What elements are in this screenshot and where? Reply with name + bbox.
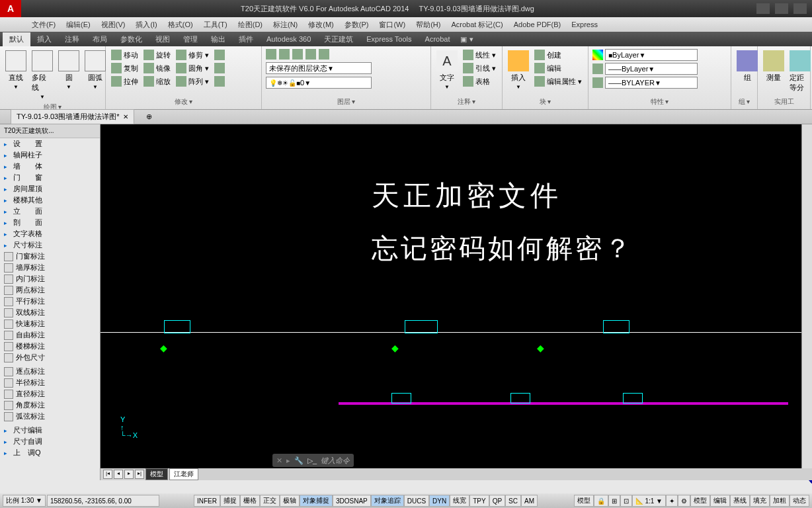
status-r-⊞[interactable]: ⊞ <box>608 495 620 507</box>
panel-group-label[interactable]: 组 ▾ <box>735 96 753 106</box>
menu-Acrobat 标记(C)[interactable]: Acrobat 标记(C) <box>446 20 508 30</box>
status-r-⚙[interactable]: ⚙ <box>678 495 690 507</box>
ribbon-tab-参数化[interactable]: 参数化 <box>114 32 149 46</box>
menu-Express[interactable]: Express <box>566 21 603 28</box>
block-edit-button[interactable]: 编辑 <box>533 62 583 74</box>
layer-iso-icon[interactable] <box>292 49 303 60</box>
tree-房间屋顶[interactable]: ▸房间屋顶 <box>0 183 100 194</box>
tool-半径标注[interactable]: 半径标注 <box>0 377 100 388</box>
rotate-button[interactable]: 旋转 <box>142 49 172 61</box>
array-button[interactable]: 阵列 ▾ <box>175 75 210 87</box>
ribbon-tab-默认[interactable]: 默认 <box>3 32 30 46</box>
scale-display[interactable]: 比例 1:30 ▼ <box>3 495 46 507</box>
block-attr-button[interactable]: 编辑属性 ▾ <box>533 75 583 87</box>
draw-圆[interactable]: 圆▼ <box>57 49 81 91</box>
ribbon-tab-管理[interactable]: 管理 <box>177 32 204 46</box>
panel-util-label[interactable]: 实用工 <box>762 96 806 106</box>
status-捕捉[interactable]: 捕捉 <box>220 495 240 507</box>
color-dropdown[interactable]: ■ ByLayer ▼ <box>605 49 698 61</box>
layout-tab[interactable]: 江老师 <box>169 468 198 480</box>
status-r-加粗[interactable]: 加粗 <box>770 495 790 507</box>
command-input[interactable]: 键入命令 <box>321 456 350 466</box>
panel-prop-label[interactable]: 特性 ▾ <box>592 96 727 106</box>
mirror-button[interactable]: 镜像 <box>142 62 172 74</box>
status-对象追踪[interactable]: 对象追踪 <box>371 495 404 507</box>
menu-工具(T)[interactable]: 工具(T) <box>198 20 233 30</box>
status-极轴[interactable]: 极轴 <box>280 495 300 507</box>
linetype-dropdown[interactable]: —— ByLayer ▼ <box>605 63 698 75</box>
tree-轴网柱子[interactable]: ▸轴网柱子 <box>0 149 100 161</box>
app-logo[interactable]: A <box>0 0 21 17</box>
erase-button[interactable] <box>213 49 226 61</box>
tool-角度标注[interactable]: 角度标注 <box>0 400 100 411</box>
menu-参数(P)[interactable]: 参数(P) <box>339 20 374 30</box>
tool-门窗标注[interactable]: 门窗标注 <box>0 251 100 262</box>
match-prop-icon[interactable] <box>592 64 603 74</box>
status-r-填充[interactable]: 填充 <box>750 495 770 507</box>
menu-标注(N)[interactable]: 标注(N) <box>268 20 303 30</box>
tab-last-button[interactable]: ▸| <box>135 470 144 479</box>
layer-current-dropdown[interactable]: 💡❄☀🔓■ 0 ▼ <box>266 77 372 89</box>
lineweight-dropdown[interactable]: —— BYLAYER ▼ <box>605 77 698 89</box>
ribbon-tab-插入[interactable]: 插入 <box>30 32 58 46</box>
tab-prev-button[interactable]: ◂ <box>114 470 123 479</box>
table-button[interactable]: 表格 <box>462 75 497 87</box>
file-tab[interactable]: TY-9.01-9.03围墙通用做法详图* ✕ <box>11 109 134 124</box>
scale-button[interactable]: 缩放 <box>142 75 172 87</box>
status-r-模型[interactable]: 模型 <box>574 495 594 507</box>
tool-外包尺寸[interactable]: 外包尺寸 <box>0 352 100 363</box>
menu-插入(I)[interactable]: 插入(I) <box>130 20 162 30</box>
command-line[interactable]: ✕ ▸ 🔧 ▷_ 键入命令 <box>272 454 354 467</box>
block-create-button[interactable]: 创建 <box>533 49 583 61</box>
ribbon-tab-视图[interactable]: 视图 <box>149 32 177 46</box>
menu-编辑(E)[interactable]: 编辑(E) <box>61 20 96 30</box>
status-线宽[interactable]: 线宽 <box>450 495 469 507</box>
status-r-⊡[interactable]: ⊡ <box>620 495 632 507</box>
tool-楼梯标注[interactable]: 楼梯标注 <box>0 341 100 352</box>
maximize-button[interactable] <box>775 3 788 14</box>
fillet-button[interactable]: 圆角 ▾ <box>175 62 210 74</box>
tool-墙厚标注[interactable]: 墙厚标注 <box>0 262 100 273</box>
status-QP[interactable]: QP <box>489 495 505 507</box>
tree-剖　　面[interactable]: ▸剖 面 <box>0 217 100 228</box>
color-icon[interactable] <box>592 50 603 60</box>
tool-两点标注[interactable]: 两点标注 <box>0 284 100 296</box>
explode-button[interactable] <box>213 62 226 74</box>
tab-next-button[interactable]: ▸ <box>124 470 134 479</box>
menu-窗口(W)[interactable]: 窗口(W) <box>374 20 411 30</box>
status-AM[interactable]: AM <box>521 495 538 507</box>
tool-双线标注[interactable]: 双线标注 <box>0 307 100 318</box>
divide-button[interactable]: 定距等分 <box>788 49 812 94</box>
ribbon-tab-Express Tools[interactable]: Express Tools <box>360 33 418 45</box>
vertical-scrollbar[interactable] <box>801 124 812 468</box>
status-INFER[interactable]: INFER <box>194 495 220 507</box>
layer-prop-icon[interactable] <box>266 49 276 60</box>
tool-尺寸编辑[interactable]: ▸尺寸编辑 <box>0 425 100 436</box>
tool-逐点标注[interactable]: 逐点标注 <box>0 366 100 377</box>
menu-文件(F)[interactable]: 文件(F) <box>26 20 61 30</box>
menu-Adobe PDF(B)[interactable]: Adobe PDF(B) <box>508 21 567 28</box>
tool-弧弦标注[interactable]: 弧弦标注 <box>0 411 100 422</box>
panel-layer-label[interactable]: 图层 ▾ <box>266 96 426 106</box>
minimize-button[interactable] <box>756 3 770 14</box>
layer-state-dropdown[interactable]: 未保存的图层状态 ▼ <box>266 62 372 74</box>
ribbon-tab-注释[interactable]: 注释 <box>58 32 86 46</box>
status-DYN[interactable]: DYN <box>429 495 450 507</box>
group-button[interactable]: 组 <box>735 49 759 84</box>
tool-尺寸自调[interactable]: ▸尺寸自调 <box>0 436 100 447</box>
panel-annotate-label[interactable]: 注释 ▾ <box>435 96 498 106</box>
tree-楼梯其他[interactable]: ▸楼梯其他 <box>0 194 100 206</box>
draw-直线[interactable]: 直线▼ <box>4 49 28 91</box>
status-SC[interactable]: SC <box>505 495 521 507</box>
list-icon[interactable] <box>592 77 603 88</box>
tree-立　　面[interactable]: ▸立 面 <box>0 206 100 217</box>
ribbon-tab-插件[interactable]: 插件 <box>232 32 260 46</box>
linear-dim-button[interactable]: 线性 ▾ <box>462 49 497 61</box>
copy-button[interactable]: 复制 <box>110 62 140 74</box>
menu-视图(V)[interactable]: 视图(V) <box>96 20 131 30</box>
new-tab-button[interactable]: ⊕ <box>142 112 156 121</box>
tree-文字表格[interactable]: ▸文字表格 <box>0 228 100 239</box>
status-正交[interactable]: 正交 <box>260 495 280 507</box>
menu-修改(M)[interactable]: 修改(M) <box>303 20 339 30</box>
tab-first-button[interactable]: |◂ <box>103 470 112 479</box>
